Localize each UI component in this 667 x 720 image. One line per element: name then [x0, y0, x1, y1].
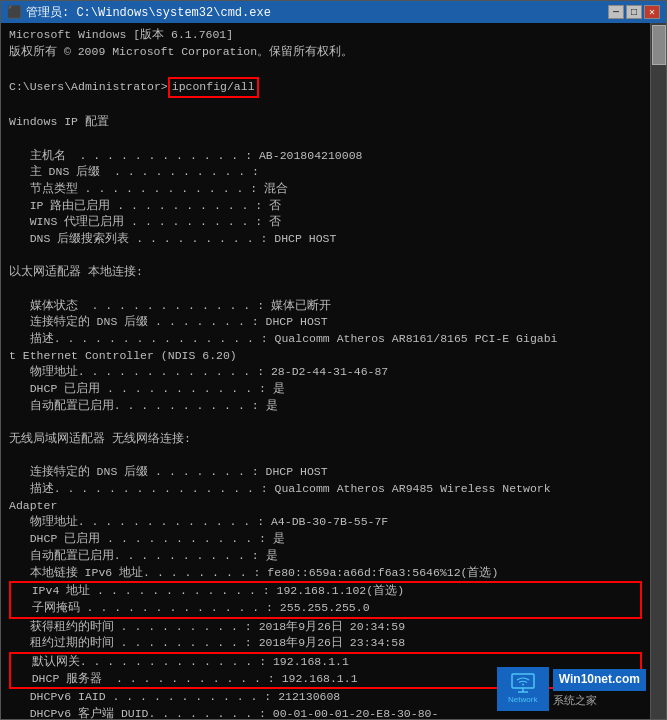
line-31: DHCP 已启用 . . . . . . . . . . . : 是 [9, 531, 658, 548]
window-title: 管理员: C:\Windows\system32\cmd.exe [26, 4, 271, 21]
line-26 [9, 448, 658, 465]
line-21: 物理地址. . . . . . . . . . . . . : 28-D2-44… [9, 364, 658, 381]
scrollbar-thumb[interactable] [652, 25, 666, 65]
cmd-window: ⬛ 管理员: C:\Windows\system32\cmd.exe ─ □ ✕… [0, 0, 667, 720]
line-14 [9, 248, 658, 265]
line-18: 连接特定的 DNS 后缀 . . . . . . . : DHCP HOST [9, 314, 658, 331]
ipv4-highlight-box: IPv4 地址 . . . . . . . . . . . . : 192.16… [9, 581, 642, 618]
line-29: Adapter [9, 498, 658, 515]
minimize-button[interactable]: ─ [608, 5, 624, 19]
line-27: 连接特定的 DNS 后缀 . . . . . . . : DHCP HOST [9, 464, 658, 481]
line-25: 无线局域网适配器 无线网络连接: [9, 431, 658, 448]
line-13: DNS 后缀搜索列表 . . . . . . . . . : DHCP HOST [9, 231, 658, 248]
line-32: 自动配置已启用. . . . . . . . . . : 是 [9, 548, 658, 565]
line-6: Windows IP 配置 [9, 114, 658, 131]
watermark: Network Win10net.com 系统之家 [497, 667, 646, 711]
line-subnet: 子网掩码 . . . . . . . . . . . . . : 255.255… [11, 600, 640, 617]
line-28: 描述. . . . . . . . . . . . . . . : Qualco… [9, 481, 658, 498]
line-cmd: C:\Users\Administrator>ipconfig/all [9, 77, 658, 98]
close-button[interactable]: ✕ [644, 5, 660, 19]
line-19: 描述. . . . . . . . . . . . . . . : Qualco… [9, 331, 658, 348]
svg-point-3 [522, 684, 524, 686]
line-3 [9, 60, 658, 77]
line-36: 获得租约的时间 . . . . . . . . . : 2018年9月26日 2… [9, 619, 658, 636]
brand-logo: Win10net.com [553, 669, 646, 690]
line-2: 版权所有 © 2009 Microsoft Corporation。保留所有权利… [9, 44, 658, 61]
line-20: t Ethernet Controller (NDIS 6.20) [9, 348, 658, 365]
title-bar-left: ⬛ 管理员: C:\Windows\system32\cmd.exe [7, 4, 271, 21]
line-8: 主机名 . . . . . . . . . . . . : AB-2018042… [9, 148, 658, 165]
title-bar-controls[interactable]: ─ □ ✕ [608, 5, 660, 19]
network-icon [508, 672, 538, 696]
terminal-body: Microsoft Windows [版本 6.1.7601] 版权所有 © 2… [1, 23, 666, 719]
title-bar: ⬛ 管理员: C:\Windows\system32\cmd.exe ─ □ ✕ [1, 1, 666, 23]
line-ipv4: IPv4 地址 . . . . . . . . . . . . : 192.16… [11, 583, 640, 600]
line-5 [9, 98, 658, 115]
line-10: 节点类型 . . . . . . . . . . . . : 混合 [9, 181, 658, 198]
line-12: WINS 代理已启用 . . . . . . . . . : 否 [9, 214, 658, 231]
line-15: 以太网适配器 本地连接: [9, 264, 658, 281]
network-icon-box: Network [497, 667, 549, 711]
network-label: Network [508, 694, 537, 706]
scrollbar[interactable] [650, 23, 666, 719]
line-37: 租约过期的时间 . . . . . . . . . : 2018年9月26日 2… [9, 635, 658, 652]
line-24 [9, 414, 658, 431]
line-30: 物理地址. . . . . . . . . . . . . : A4-DB-30… [9, 514, 658, 531]
line-16 [9, 281, 658, 298]
cmd-highlight: ipconfig/all [168, 77, 259, 98]
line-11: IP 路由已启用 . . . . . . . . . . : 否 [9, 198, 658, 215]
line-7 [9, 131, 658, 148]
line-22: DHCP 已启用 . . . . . . . . . . . : 是 [9, 381, 658, 398]
line-23: 自动配置已启用. . . . . . . . . . : 是 [9, 398, 658, 415]
line-33: 本地链接 IPv6 地址. . . . . . . . : fe80::659a… [9, 565, 658, 582]
line-9: 主 DNS 后缀 . . . . . . . . . . : [9, 164, 658, 181]
maximize-button[interactable]: □ [626, 5, 642, 19]
title-icon: ⬛ [7, 5, 22, 20]
watermark-subtext: 系统之家 [553, 691, 597, 709]
line-17: 媒体状态 . . . . . . . . . . . . : 媒体已断开 [9, 298, 658, 315]
line-1: Microsoft Windows [版本 6.1.7601] [9, 27, 658, 44]
